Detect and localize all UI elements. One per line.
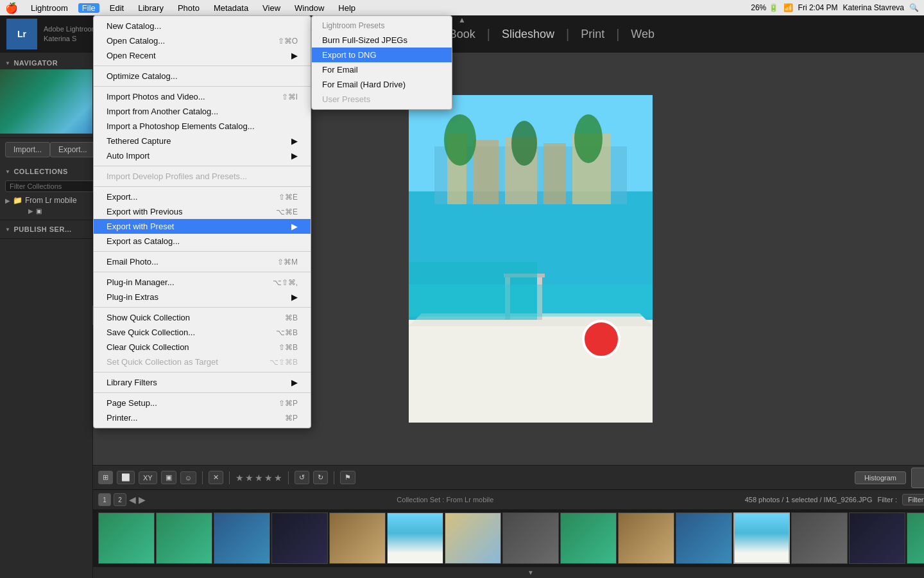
preset-submenu: Lightroom Presets Burn Full-Sized JPEGs … (311, 15, 452, 110)
star-1[interactable]: ★ (235, 473, 244, 483)
close-toolbar-button[interactable]: ✕ (209, 471, 223, 484)
star-3[interactable]: ★ (255, 473, 263, 483)
filmstrip-thumb-13[interactable] (791, 512, 848, 564)
filter-select[interactable]: Filters Off (902, 494, 924, 505)
filmstrip-next[interactable]: ▶ (139, 495, 146, 505)
rating-stars[interactable]: ★ ★ ★ ★ ★ (235, 473, 282, 483)
rotate-left-button[interactable]: ↺ (295, 471, 309, 484)
mac-menu-right: 26% 🔋 📶 Fri 2:04 PM Katerina Stavreva 🔍 (751, 3, 919, 12)
menu-new-catalog[interactable]: New Catalog... (94, 19, 311, 33)
filmstrip-thumb-5[interactable] (329, 512, 386, 564)
menu-export[interactable]: Export... ⇧⌘E (94, 189, 311, 204)
toolbar: ⊞ ⬜ XY ▣ ☺ ✕ ★ ★ ★ ★ ★ ↺ ↻ ⚑ (93, 465, 924, 489)
view-compare-button[interactable]: XY (139, 471, 157, 484)
submenu-for-email[interactable]: For Email (312, 62, 452, 77)
menu-export-with-preset[interactable]: Export with Preset ▶ (94, 219, 311, 234)
collection-sub-items: ▶ ▣ (0, 206, 92, 216)
filmstrip-thumb-6[interactable] (387, 512, 443, 564)
filmstrip-thumb-15[interactable] (907, 512, 924, 564)
menu-export-as-catalog[interactable]: Export as Catalog... (94, 234, 311, 249)
view-people-button[interactable]: ☺ (180, 471, 196, 484)
view-loupe-button[interactable]: ⬜ (117, 471, 135, 484)
nav-slideshow[interactable]: Slideshow (490, 15, 566, 53)
filmstrip-thumb-9[interactable] (560, 512, 617, 564)
menu-sep-8 (94, 372, 311, 372)
filmstrip-thumb-12[interactable] (733, 512, 790, 564)
star-5[interactable]: ★ (274, 473, 282, 483)
publish-header[interactable]: ▼ Publish Ser... (0, 223, 92, 236)
filmstrip-thumb-4[interactable] (271, 512, 328, 564)
navigator-header[interactable]: ▼ Navigator (0, 57, 92, 69)
menu-export-with-previous[interactable]: Export with Previous ⌥⌘E (94, 204, 311, 219)
filmstrip-thumb-8[interactable] (502, 512, 559, 564)
flag-button[interactable]: ⚑ (340, 471, 355, 484)
nav-print[interactable]: Print (569, 15, 616, 53)
menu-help[interactable]: Help (334, 3, 359, 13)
menu-tethered-capture[interactable]: Tethered Capture ▶ (94, 134, 311, 148)
apple-menu[interactable]: 🍎 (5, 2, 18, 14)
menu-show-quick-collection[interactable]: Show Quick Collection ⌘B (94, 310, 311, 325)
svg-point-9 (511, 121, 537, 166)
filmstrip-prev[interactable]: ◀ (129, 495, 136, 505)
menu-save-quick-collection[interactable]: Save Quick Collection... ⌥⌘B (94, 325, 311, 340)
star-4[interactable]: ★ (264, 473, 273, 483)
menu-page-setup[interactable]: Page Setup... ⇧⌘P (94, 396, 311, 410)
menu-optimize-catalog[interactable]: Optimize Catalog... (94, 69, 311, 83)
rotate-right-button[interactable]: ↻ (313, 471, 328, 484)
menu-open-recent[interactable]: Open Recent ▶ (94, 48, 311, 63)
collections-filter-area (0, 178, 92, 195)
menu-clear-quick-collection[interactable]: Clear Quick Collection ⇧⌘B (94, 340, 311, 355)
sync-settings-button[interactable]: Sync Settings (911, 468, 924, 488)
filmstrip-thumb-10[interactable] (618, 512, 674, 564)
menu-open-catalog[interactable]: Open Catalog... ⇧⌘O (94, 33, 311, 48)
menu-metadata[interactable]: Metadata (210, 3, 252, 13)
filmstrip-thumb-11[interactable] (676, 512, 732, 564)
filmstrip-thumb-7[interactable] (445, 512, 501, 564)
sync-button[interactable]: Histogram (855, 471, 907, 484)
photo-svg (409, 95, 653, 423)
star-2[interactable]: ★ (245, 473, 253, 483)
menu-import-photos[interactable]: Import Photos and Video... ⇧⌘I (94, 89, 311, 104)
submenu-for-email-hard-drive[interactable]: For Email (Hard Drive) (312, 77, 452, 92)
search-icon[interactable]: 🔍 (909, 3, 919, 12)
menu-import-another-catalog[interactable]: Import from Another Catalog... (94, 104, 311, 119)
page-tab-2[interactable]: 2 (114, 493, 126, 506)
filmstrip-thumb-3[interactable] (214, 512, 270, 564)
collection-sub-1[interactable]: ▶ ▣ (13, 206, 92, 216)
menu-file[interactable]: File (78, 3, 99, 13)
collections-header[interactable]: ▼ Collections (0, 165, 92, 178)
lr-branding: Adobe Lightroom Katerina S (44, 24, 98, 44)
menu-view[interactable]: View (259, 3, 284, 13)
submenu-export-dng[interactable]: Export to DNG (312, 48, 452, 62)
menu-auto-import[interactable]: Auto Import ▶ (94, 148, 311, 163)
page-tab-1[interactable]: 1 (98, 493, 111, 506)
filmstrip-thumb-14[interactable] (849, 512, 905, 564)
filmstrip-thumb-1[interactable] (98, 512, 155, 564)
menu-plugin-extras[interactable]: Plug-in Extras ▶ (94, 290, 311, 304)
menu-printer[interactable]: Printer... ⌘P (94, 410, 311, 425)
plugin-extras-arrow: ▶ (291, 292, 298, 302)
bottom-collapse-arrow[interactable]: ▼ (527, 569, 534, 576)
menu-email-photo[interactable]: Email Photo... ⇧⌘M (94, 254, 311, 269)
menu-import-develop-profiles: Import Develop Profiles and Presets... (94, 169, 311, 184)
menu-lightroom[interactable]: Lightroom (27, 3, 72, 13)
nav-web[interactable]: Web (619, 15, 666, 53)
menu-window[interactable]: Window (291, 3, 328, 13)
menu-library[interactable]: Library (134, 3, 167, 13)
menu-edit[interactable]: Edit (106, 3, 128, 13)
svg-rect-6 (543, 143, 566, 204)
view-survey-button[interactable]: ▣ (161, 471, 176, 484)
menu-plugin-manager[interactable]: Plug-in Manager... ⌥⇧⌘, (94, 275, 311, 290)
filter-label: Filter : (877, 496, 897, 504)
collections-filter-input[interactable] (5, 180, 103, 192)
view-grid-button[interactable]: ⊞ (98, 471, 113, 484)
menu-library-filters[interactable]: Library Filters ▶ (94, 375, 311, 390)
menu-photo[interactable]: Photo (174, 3, 203, 13)
submenu-burn-jpegs[interactable]: Burn Full-Sized JPEGs (312, 33, 452, 48)
menu-import-elements[interactable]: Import a Photoshop Elements Catalog... (94, 119, 311, 134)
filmstrip-thumb-2[interactable] (156, 512, 212, 564)
import-button[interactable]: Import... (5, 142, 50, 157)
svg-rect-19 (409, 285, 653, 317)
export-button[interactable]: Export... (50, 142, 96, 157)
collection-item-from-lr[interactable]: ▶ 📁 From Lr mobile (0, 195, 92, 206)
